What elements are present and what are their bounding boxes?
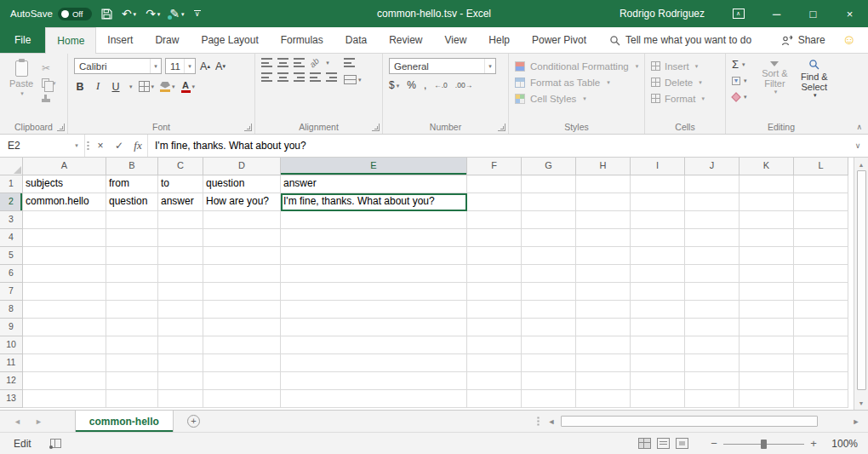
conditional-formatting-dropdown-arrow[interactable]: ▾ bbox=[636, 63, 639, 69]
cell-J5[interactable] bbox=[685, 247, 740, 265]
find-select-button[interactable]: Find & Select ▾ bbox=[797, 58, 832, 103]
format-painter-button[interactable] bbox=[42, 93, 56, 104]
cell-I13[interactable] bbox=[631, 390, 685, 408]
increase-decimal-button[interactable]: ←.0 bbox=[434, 81, 448, 89]
row-header-10[interactable]: 10 bbox=[0, 336, 23, 354]
cell-I3[interactable] bbox=[631, 211, 685, 229]
cell-K2[interactable] bbox=[740, 193, 794, 211]
select-all-button[interactable] bbox=[0, 158, 23, 175]
font-color-dropdown-arrow[interactable]: ▾ bbox=[192, 83, 196, 89]
cell-H6[interactable] bbox=[576, 265, 631, 283]
underline-button[interactable]: U bbox=[110, 79, 122, 94]
cell-H10[interactable] bbox=[576, 336, 631, 354]
bold-button[interactable]: B bbox=[74, 79, 86, 94]
cell-L5[interactable] bbox=[794, 247, 848, 265]
cell-H13[interactable] bbox=[576, 390, 631, 408]
cell-D9[interactable] bbox=[203, 319, 281, 336]
cell-I2[interactable] bbox=[631, 193, 685, 211]
cell-A6[interactable] bbox=[23, 265, 106, 283]
row-header-11[interactable]: 11 bbox=[0, 354, 23, 372]
font-name-select[interactable]: Calibri ▾ bbox=[74, 58, 162, 74]
cell-C7[interactable] bbox=[158, 283, 203, 301]
cell-J7[interactable] bbox=[685, 283, 740, 301]
cell-F3[interactable] bbox=[467, 211, 522, 229]
format-dropdown-arrow[interactable]: ▾ bbox=[701, 95, 705, 101]
cell-J12[interactable] bbox=[685, 372, 740, 390]
paste-button[interactable]: Paste ▾ bbox=[6, 58, 37, 104]
comma-style-button[interactable]: , bbox=[424, 79, 426, 91]
cell-B10[interactable] bbox=[106, 336, 158, 354]
cell-D2[interactable]: How are you? bbox=[203, 193, 281, 211]
cell-E10[interactable] bbox=[281, 336, 467, 354]
cell-L3[interactable] bbox=[794, 211, 848, 229]
cell-L8[interactable] bbox=[794, 301, 848, 319]
cell-K13[interactable] bbox=[740, 390, 794, 408]
formula-input[interactable]: I'm fine, thanks. What about you? bbox=[147, 135, 848, 157]
insert-cells-button[interactable]: Insert ▾ bbox=[651, 58, 721, 74]
cell-L13[interactable] bbox=[794, 390, 848, 408]
cell-G10[interactable] bbox=[522, 336, 576, 354]
cell-styles-button[interactable]: Cell Styles ▾ bbox=[515, 90, 640, 106]
row-header-3[interactable]: 3 bbox=[0, 211, 23, 229]
name-box[interactable]: E2 ▾ bbox=[0, 135, 85, 157]
clear-dropdown-arrow[interactable]: ▾ bbox=[744, 94, 747, 100]
sort-filter-dropdown-arrow[interactable]: ▾ bbox=[774, 89, 778, 95]
column-header-C[interactable]: C bbox=[158, 158, 203, 175]
decrease-indent-button[interactable] bbox=[310, 72, 321, 82]
top-align-button[interactable] bbox=[261, 58, 272, 67]
format-as-table-button[interactable]: Format as Table ▾ bbox=[515, 74, 640, 90]
cell-F11[interactable] bbox=[467, 354, 522, 372]
find-select-dropdown-arrow[interactable]: ▾ bbox=[814, 92, 817, 98]
cell-J13[interactable] bbox=[685, 390, 740, 408]
cell-K9[interactable] bbox=[740, 319, 794, 336]
cell-F5[interactable] bbox=[467, 247, 522, 265]
cell-G5[interactable] bbox=[522, 247, 576, 265]
italic-button[interactable]: I bbox=[92, 79, 104, 94]
clipboard-dialog-launcher[interactable] bbox=[57, 124, 65, 131]
vertical-scrollbar[interactable]: ▲ ▼ bbox=[854, 158, 868, 410]
cell-I5[interactable] bbox=[631, 247, 685, 265]
cell-C5[interactable] bbox=[158, 247, 203, 265]
row-header-6[interactable]: 6 bbox=[0, 265, 23, 283]
cell-F2[interactable] bbox=[467, 193, 522, 211]
normal-view-button[interactable] bbox=[638, 438, 651, 449]
scroll-left-button[interactable]: ◄ bbox=[545, 417, 558, 426]
tab-power-pivot[interactable]: Power Pivot bbox=[521, 27, 597, 53]
cell-K6[interactable] bbox=[740, 265, 794, 283]
percent-style-button[interactable]: % bbox=[407, 79, 416, 91]
cell-E2[interactable]: I'm fine, thanks. What about you? bbox=[281, 193, 467, 211]
cell-J9[interactable] bbox=[685, 319, 740, 336]
share-button[interactable]: Share bbox=[774, 27, 832, 53]
cell-I8[interactable] bbox=[631, 301, 685, 319]
cell-J11[interactable] bbox=[685, 354, 740, 372]
page-layout-view-button[interactable] bbox=[657, 438, 670, 449]
row-header-13[interactable]: 13 bbox=[0, 390, 23, 408]
align-right-button[interactable] bbox=[294, 72, 305, 82]
row-header-8[interactable]: 8 bbox=[0, 301, 23, 319]
tab-scrollbar-splitter[interactable] bbox=[531, 416, 545, 427]
delete-dropdown-arrow[interactable]: ▾ bbox=[699, 79, 702, 85]
clear-button[interactable]: ▾ bbox=[732, 90, 753, 103]
cell-I9[interactable] bbox=[631, 319, 685, 336]
feedback-smiley-icon[interactable]: ☺ bbox=[832, 27, 868, 53]
cell-E3[interactable] bbox=[281, 211, 467, 229]
cell-H4[interactable] bbox=[576, 229, 631, 247]
previous-sheet-button[interactable]: ◄ bbox=[14, 417, 21, 426]
decrease-decimal-button[interactable]: .00→ bbox=[455, 81, 472, 89]
user-name[interactable]: Rodrigo Rodriguez bbox=[620, 8, 705, 20]
cell-F1[interactable] bbox=[467, 175, 522, 193]
cell-D3[interactable] bbox=[203, 211, 281, 229]
cell-H3[interactable] bbox=[576, 211, 631, 229]
cell-E12[interactable] bbox=[281, 372, 467, 390]
autosave-pill[interactable]: Off bbox=[58, 8, 92, 20]
cell-F12[interactable] bbox=[467, 372, 522, 390]
orientation-button[interactable]: ab bbox=[308, 56, 321, 69]
tab-view[interactable]: View bbox=[434, 27, 478, 53]
cell-K7[interactable] bbox=[740, 283, 794, 301]
cell-H8[interactable] bbox=[576, 301, 631, 319]
cell-A7[interactable] bbox=[23, 283, 106, 301]
insert-function-button[interactable]: fx bbox=[128, 135, 147, 157]
next-sheet-button[interactable]: ► bbox=[35, 417, 43, 426]
zoom-in-button[interactable]: + bbox=[807, 437, 820, 450]
cell-J8[interactable] bbox=[685, 301, 740, 319]
